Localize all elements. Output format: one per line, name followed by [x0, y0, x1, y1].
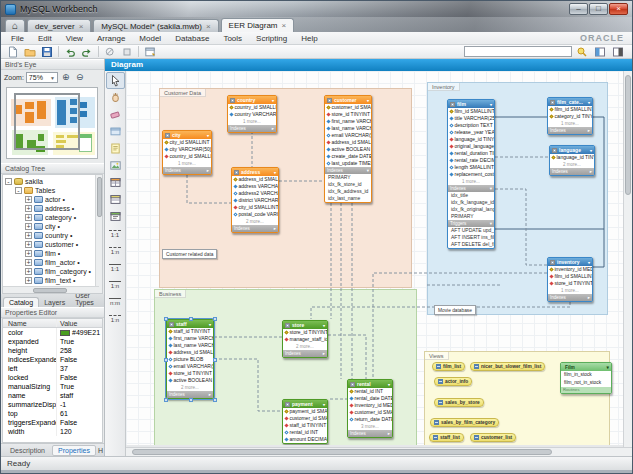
tree-expander[interactable]: +	[25, 214, 32, 221]
tree-expander[interactable]: +	[25, 259, 32, 266]
tab-eer[interactable]: EER Diagram×	[221, 18, 295, 32]
tree-item-film_category[interactable]: +film_category •	[5, 267, 102, 276]
tree-item-sakila[interactable]: -sakila	[5, 177, 102, 186]
diagram-table-inventory[interactable]: inventory▾inventory_id MEDI...film_id SM…	[547, 257, 593, 302]
diagram-table-customer[interactable]: customer▾customer_id SMALL...store_id TI…	[324, 95, 372, 203]
tree-item-customer[interactable]: +customer •	[5, 240, 102, 249]
diagram-table-payment[interactable]: payment▾payment_id SMAL...customer_id SM…	[282, 399, 328, 444]
tree-item-category[interactable]: +category •	[5, 213, 102, 222]
more-fields-label[interactable]: 1 more...	[548, 120, 592, 127]
toggle-left-panel-icon[interactable]	[592, 45, 608, 58]
redo-button[interactable]	[79, 45, 95, 58]
tab-dev_server[interactable]: dev_server×	[27, 19, 91, 32]
more-fields-label[interactable]: 1 more...	[228, 118, 276, 125]
diagram-table-language[interactable]: language▾language_id TINY...2 more...Ind…	[549, 145, 595, 176]
section-header-triggers[interactable]: Triggers▾	[448, 220, 494, 227]
tab-close-icon[interactable]: ×	[79, 22, 84, 31]
section-header-indexes[interactable]: Indexes▸	[548, 294, 592, 301]
find-icon[interactable]	[574, 45, 590, 58]
bottom-tab-description[interactable]: Description	[5, 446, 50, 455]
routine-row[interactable]: film_in_stock	[561, 371, 611, 379]
tree-item-Tables[interactable]: -Tables	[5, 186, 102, 195]
diagram-table-staff[interactable]: staff▾staff_id TINYINTfirst_name VARCH..…	[166, 319, 214, 399]
rel-1n-nonidentifying-tool[interactable]: 1:n	[106, 242, 125, 259]
rel-1n-existing-tool[interactable]: 1:n	[106, 310, 125, 327]
more-fields-label[interactable]: 2 more...	[283, 343, 327, 350]
sidebar-tab-layers[interactable]: Layers	[39, 298, 70, 307]
diagram-note[interactable]: Customer related data	[162, 249, 217, 259]
maximize-button[interactable]: □	[589, 3, 608, 15]
property-row-left[interactable]: left37	[3, 364, 102, 373]
diagram-view-actor_info[interactable]: actor_info	[434, 377, 472, 386]
diagram-table-film_cate[interactable]: film_cate...▾film_id SMALLINTcategory_id…	[547, 97, 593, 135]
tree-item-film_actor[interactable]: +film_actor •	[5, 258, 102, 267]
property-row-top[interactable]: top61	[3, 409, 102, 418]
menu-help[interactable]: Help	[294, 34, 324, 43]
diagram-view-nicer_but_slower_film_list[interactable]: nicer_but_slower_film_list	[470, 362, 545, 371]
tree-horizontal-scrollbar[interactable]	[3, 286, 99, 293]
menu-file[interactable]: File	[4, 34, 31, 43]
diagram-view-staff_list[interactable]: staff_list	[429, 433, 464, 442]
selection-handle[interactable]	[164, 358, 168, 362]
property-row-summarizeDisplay[interactable]: summarizeDisplay-1	[3, 400, 102, 409]
canvas-vertical-scrollbar[interactable]	[623, 71, 632, 447]
tab-close-icon[interactable]: ×	[282, 21, 287, 30]
open-model-button[interactable]	[22, 45, 38, 58]
diagram-table-film[interactable]: film▾film_id SMALLINTtitle VARCHAR(255)d…	[447, 99, 495, 249]
section-header-indexes[interactable]: Indexes▸	[228, 125, 276, 132]
search-input[interactable]	[464, 46, 572, 57]
section-header-indexes[interactable]: Indexes▸	[283, 350, 327, 357]
tree-expander[interactable]: -	[15, 187, 22, 194]
zoom-select[interactable]: 75% ▼	[26, 72, 58, 83]
menu-tools[interactable]: Tools	[216, 34, 249, 43]
menu-view[interactable]: View	[59, 34, 90, 43]
routine-group-film[interactable]: Film▾film_in_stockfilm_not_in_stockRouti…	[560, 362, 612, 394]
title-bar[interactable]: MySQL Workbench –□×	[1, 1, 632, 17]
table-tool[interactable]	[106, 174, 125, 191]
diagram-canvas[interactable]: Customer DataInventoryBusinessViewsCusto…	[126, 71, 623, 445]
tree-expander[interactable]: +	[25, 277, 32, 284]
view-tool[interactable]	[106, 191, 125, 208]
selection-handle[interactable]	[189, 317, 193, 321]
eraser-tool[interactable]	[106, 106, 125, 123]
section-header-indexes[interactable]: Indexes▸	[163, 167, 211, 174]
tree-item-film_text[interactable]: +film_text •	[5, 276, 102, 285]
zoom-reset-button[interactable]	[119, 45, 135, 58]
tree-expander[interactable]: +	[25, 223, 32, 230]
zoom-out-button[interactable]	[102, 45, 118, 58]
diagram-view-film_list[interactable]: film_list	[432, 362, 465, 371]
tab-close-icon[interactable]: ×	[206, 22, 211, 31]
section-header-indexes[interactable]: Indexes▸	[348, 430, 392, 437]
section-header-indexes[interactable]: Indexes▸	[550, 168, 594, 175]
menu-model[interactable]: Model	[132, 34, 168, 43]
rel-nm-identifying-tool[interactable]: n:m	[106, 293, 125, 310]
tree-expander[interactable]: +	[25, 268, 32, 275]
toggle-right-panel-icon[interactable]	[610, 45, 626, 58]
layer-tool[interactable]	[106, 123, 125, 140]
canvas-horizontal-scrollbar[interactable]	[126, 447, 632, 456]
diagram-table-address[interactable]: address▾address_id SMALLINTaddress VARCH…	[231, 167, 279, 233]
diagram-table-rental[interactable]: rental▾rental_id INTrental_date DATE...i…	[347, 379, 393, 438]
property-row-manualSizing[interactable]: manualSizingTrue	[3, 382, 102, 391]
tree-item-actor[interactable]: +actor •	[5, 195, 102, 204]
tree-expander[interactable]: +	[25, 196, 32, 203]
home-tab[interactable]: ⌂	[5, 19, 25, 32]
close-button[interactable]: ×	[609, 3, 628, 15]
save-model-button[interactable]	[39, 45, 55, 58]
diagram-view-customer_list[interactable]: customer_list	[470, 433, 516, 442]
more-fields-label[interactable]: 1 more...	[548, 287, 592, 294]
minimize-button[interactable]: –	[569, 3, 588, 15]
note-tool[interactable]	[106, 140, 125, 157]
more-fields-label[interactable]: 2 more...	[232, 218, 278, 225]
more-fields-label[interactable]: 1 more...	[163, 160, 211, 167]
bottom-tab-properties[interactable]: Properties	[52, 445, 96, 456]
minimap-viewport[interactable]	[14, 93, 80, 150]
property-row-name[interactable]: namestaff	[3, 391, 102, 400]
tree-item-city[interactable]: +city •	[5, 222, 102, 231]
property-row-locked[interactable]: lockedFalse	[3, 373, 102, 382]
diagram-table-store[interactable]: store▾store_id TINYINTmanager_staff_id .…	[282, 320, 328, 358]
tree-expander[interactable]: +	[25, 205, 32, 212]
new-document-button[interactable]	[5, 45, 21, 58]
tab-mysql[interactable]: MySQL Model* (sakila.mwb)×	[93, 19, 218, 32]
tree-expander[interactable]: -	[5, 178, 12, 185]
